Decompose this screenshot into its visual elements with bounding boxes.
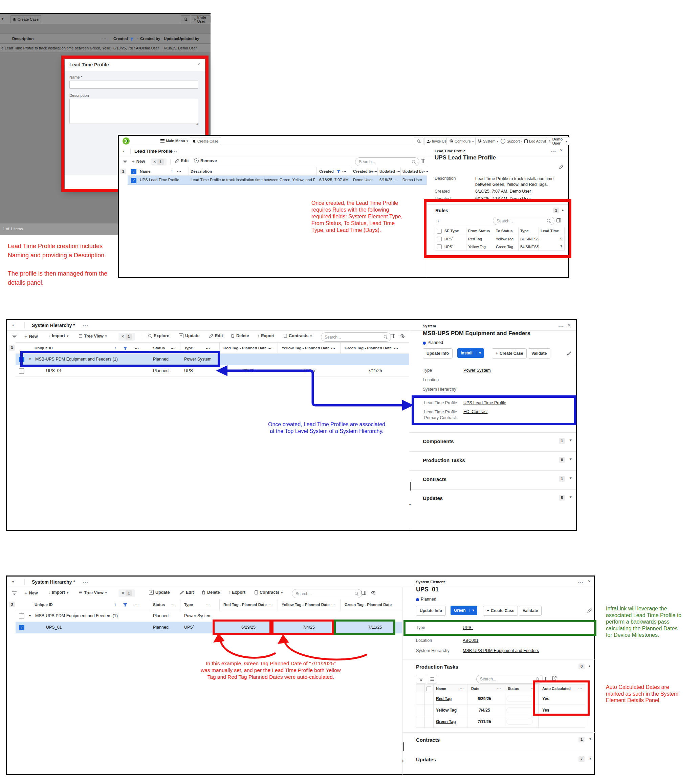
col-status-menu-icon[interactable]: ⋯: [171, 603, 175, 607]
search-input[interactable]: Search...: [355, 157, 419, 166]
pencil-icon[interactable]: [587, 609, 592, 613]
expand-icon[interactable]: ▼: [569, 495, 572, 499]
chevron-down-icon[interactable]: ▾: [2, 17, 3, 21]
col-description[interactable]: Description: [190, 169, 212, 173]
expand-icon[interactable]: ▼: [569, 476, 572, 480]
search-button[interactable]: [181, 15, 190, 23]
collapse-chevron-icon[interactable]: ▾: [12, 580, 14, 584]
panel-close-icon[interactable]: ×: [560, 148, 563, 153]
panel-expand-arrow-icon[interactable]: ▾: [402, 760, 405, 762]
view-title[interactable]: System Hierarchy *: [32, 579, 75, 585]
green-caret[interactable]: ▼: [469, 609, 477, 612]
update-info-button[interactable]: Update Info: [416, 605, 446, 616]
filter-funnel-icon[interactable]: [337, 170, 340, 173]
filter-icon[interactable]: [12, 335, 17, 338]
collapse-chevron-icon[interactable]: ▾: [123, 149, 125, 153]
export-button[interactable]: ↑Export: [257, 333, 275, 338]
col-created-by-menu-icon[interactable]: ⋯: [373, 169, 378, 174]
import-button[interactable]: ↓Import▾: [48, 333, 68, 338]
external-link-icon[interactable]: [552, 676, 557, 680]
clear-selection-button[interactable]: ×1: [118, 589, 135, 597]
delete-button[interactable]: Delete: [231, 333, 249, 338]
col-date-menu-icon[interactable]: ⋯: [497, 687, 501, 691]
sort-up-icon[interactable]: ↑: [171, 169, 173, 173]
collapse-chevron-icon[interactable]: ▾: [12, 323, 14, 327]
export-button[interactable]: ↑Export: [228, 590, 245, 595]
new-button[interactable]: +New: [24, 333, 38, 339]
col-created-menu-icon[interactable]: ⋯: [135, 37, 140, 41]
col-updated-menu-icon[interactable]: ⋯: [397, 169, 401, 174]
create-case-button[interactable]: Create Case: [190, 137, 221, 145]
tree-view-button[interactable]: ☰Tree View▾: [78, 590, 107, 595]
col-red-tag[interactable]: Red Tag - Planned Date: [223, 346, 267, 350]
expand-icon[interactable]: ▼: [569, 439, 572, 442]
col-updated-by-menu-icon[interactable]: ⋯: [196, 37, 201, 41]
col-updated-by[interactable]: Updated by: [402, 169, 424, 173]
panel-resize-handle[interactable]: [403, 742, 404, 751]
view-title[interactable]: System Hierarchy *: [32, 323, 75, 328]
pencil-icon[interactable]: [567, 351, 572, 355]
col-updated[interactable]: Updated: [164, 37, 179, 41]
configure-menu-button[interactable]: Configure ▾: [447, 137, 477, 145]
col-yellow-tag[interactable]: Yellow Tag - Planned Date: [282, 603, 330, 607]
pencil-icon[interactable]: [559, 165, 563, 169]
panel-menu-icon[interactable]: ⋯: [550, 148, 556, 155]
install-caret[interactable]: ▼: [476, 352, 484, 355]
import-button[interactable]: ↓Import▾: [48, 590, 68, 595]
update-button[interactable]: +Update: [149, 590, 170, 595]
sort-up-icon[interactable]: ↑: [114, 346, 117, 350]
col-description-menu-icon[interactable]: ⋯: [102, 37, 107, 41]
col-status[interactable]: Status: [508, 687, 519, 690]
filter-icon[interactable]: [12, 592, 17, 595]
col-yellow-tag-menu-icon[interactable]: ⋯: [331, 603, 335, 607]
col-type-menu-icon[interactable]: ⋯: [206, 603, 210, 607]
cell-milestone-link[interactable]: Yellow Tag: [436, 708, 457, 713]
user-menu-button[interactable]: Demo User ▾: [546, 137, 570, 145]
pt-row[interactable]: Green Tag 7/11/25: [416, 716, 586, 728]
col-created-by-menu-icon[interactable]: ⋯: [158, 37, 162, 41]
col-created-by[interactable]: Created by: [140, 37, 160, 41]
col-name-menu-icon[interactable]: ⋯: [177, 169, 182, 174]
col-type[interactable]: Type: [184, 346, 193, 350]
columns-icon[interactable]: [362, 591, 366, 595]
main-menu-button[interactable]: Main Menu ▾: [158, 137, 190, 145]
col-red-tag[interactable]: Red Tag - Planned Date: [223, 603, 267, 607]
table-row-selected[interactable]: ✓ UPS Lead Time Profile Lead Time Profil…: [128, 176, 427, 185]
search-input[interactable]: Search...: [321, 332, 391, 342]
row-checkbox[interactable]: ✓: [19, 625, 24, 630]
col-green-tag[interactable]: Green Tag - Planned Date: [345, 346, 392, 350]
search-input[interactable]: Search...: [292, 589, 362, 598]
filter-funnel-icon[interactable]: [123, 347, 127, 350]
row-checkbox[interactable]: ✓: [131, 178, 137, 183]
collapse-up-icon[interactable]: ▴: [588, 664, 590, 668]
col-type-menu-icon[interactable]: ⋯: [206, 346, 210, 351]
system-hierarchy-link[interactable]: MSB-UPS PDM Equipment and Feeders: [463, 648, 539, 653]
cell-milestone-link[interactable]: Green Tag: [436, 719, 456, 724]
col-unique-id-menu-icon[interactable]: ⋯: [135, 603, 139, 607]
edit-button[interactable]: Edit: [180, 590, 194, 595]
validate-button[interactable]: Validate: [528, 348, 550, 358]
delete-button[interactable]: Delete: [202, 590, 220, 595]
update-info-button[interactable]: Update Info: [423, 348, 453, 358]
clear-selection-button[interactable]: × 1: [151, 158, 167, 165]
col-unique-id-menu-icon[interactable]: ⋯: [135, 346, 139, 351]
expand-chevron-icon[interactable]: ▾: [29, 614, 31, 617]
green-split-button[interactable]: Green ▼: [450, 605, 477, 615]
panel-resize-handle[interactable]: [410, 482, 411, 490]
filter-funnel-icon[interactable]: [130, 38, 134, 41]
col-created[interactable]: Created: [113, 37, 128, 41]
pt-select-all-checkbox[interactable]: [427, 687, 431, 691]
col-created[interactable]: Created: [319, 169, 334, 173]
section-title[interactable]: Contracts: [416, 737, 440, 743]
col-yellow-tag[interactable]: Yellow Tag - Planned Date: [282, 346, 330, 350]
view-menu-icon[interactable]: ⋯: [83, 323, 88, 329]
contracts-button[interactable]: Contracts▾: [255, 590, 283, 595]
panel-menu-icon[interactable]: ⋯: [578, 579, 583, 586]
columns-icon[interactable]: [391, 334, 395, 338]
col-green-tag[interactable]: Green Tag - Planned Date: [345, 603, 392, 607]
col-yellow-tag-menu-icon[interactable]: ⋯: [331, 346, 335, 351]
search-button[interactable]: [414, 137, 423, 145]
clear-selection-button[interactable]: ×1: [118, 333, 135, 340]
col-description[interactable]: Description: [12, 37, 33, 41]
section-title[interactable]: Components: [423, 439, 454, 444]
